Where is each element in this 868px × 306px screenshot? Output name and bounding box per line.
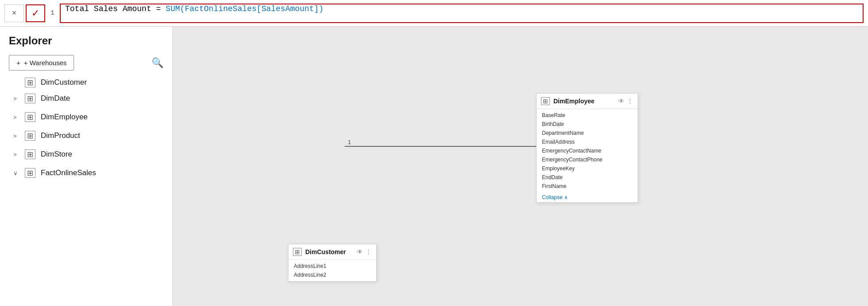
formula-bar: × ✓ 1 Total Sales Amount = SUM(FactOnlin… <box>0 0 868 27</box>
add-warehouse-label: + Warehouses <box>24 59 67 67</box>
table-icon-factonlinesales: ⊞ <box>25 168 35 178</box>
more-icon-dimcustomer[interactable]: ⋮ <box>366 248 372 255</box>
collapse-label-dimemployee: Collapse <box>542 194 563 200</box>
field-emergencycontactname: EmergencyContactName <box>537 146 638 155</box>
search-icon[interactable]: 🔍 <box>152 57 163 69</box>
explorer-header: Explorer <box>0 27 172 52</box>
table-card-fields-dimemployee: BaseRate BirthDate DepartmentName EmailA… <box>537 109 638 192</box>
table-card-dimcustomer: ⊞ DimCustomer 👁 ⋮ AddressLine1 AddressLi… <box>288 244 377 282</box>
table-card-header-dimemployee: ⊞ DimEmployee 👁 ⋮ <box>537 94 638 109</box>
title-area-dimemployee: ⊞ DimEmployee <box>541 97 595 105</box>
visibility-icon-dimcustomer[interactable]: 👁 <box>357 248 363 255</box>
table-icon-dimemployee: ⊞ <box>25 112 35 122</box>
list-item-dimdate[interactable]: > ⊞ DimDate <box>0 89 172 108</box>
cancel-icon: × <box>12 8 17 18</box>
formula-text-function: SUM(FactOnlineSales[SalesAmount]) <box>166 4 323 13</box>
list-item-dimproduct[interactable]: > ⊞ DimProduct <box>0 126 172 145</box>
table-card-actions-dimemployee: 👁 ⋮ <box>618 98 633 105</box>
title-area-dimcustomer: ⊞ DimCustomer <box>293 248 346 256</box>
add-warehouse-button[interactable]: + + Warehouses <box>9 55 74 71</box>
item-label-factonlinesales: FactOnlineSales <box>41 169 96 177</box>
item-label-dimcustomer-partial: DimCustomer <box>41 78 87 87</box>
chevron-icon-dimemployee: > <box>13 114 19 121</box>
field-addressline1: AddressLine1 <box>288 262 376 271</box>
item-label-dimstore: DimStore <box>41 150 72 159</box>
item-label-dimemployee: DimEmployee <box>41 113 88 122</box>
explorer-sidebar: Explorer + + Warehouses 🔍 ⊞ DimCustomer … <box>0 27 173 306</box>
canvas-area: 1 ⊞ DimEmployee 👁 ⋮ BaseRate BirthDate D… <box>173 27 868 306</box>
chevron-icon-dimproduct: > <box>13 133 19 139</box>
table-card-dimemployee: ⊞ DimEmployee 👁 ⋮ BaseRate BirthDate Dep… <box>536 93 638 203</box>
explorer-title: Explorer <box>9 35 52 47</box>
collapse-icon-dimemployee: ∧ <box>564 194 568 200</box>
field-enddate: EndDate <box>537 173 638 182</box>
field-departmentname: DepartmentName <box>537 129 638 137</box>
line-number: 1 <box>47 9 58 17</box>
formula-text-prefix: Total Sales Amount = <box>65 4 166 13</box>
list-item-dimstore[interactable]: > ⊞ DimStore <box>0 145 172 164</box>
table-icon-dimemployee-card: ⊞ <box>541 97 550 105</box>
table-icon-dimcustomer-card: ⊞ <box>293 248 302 256</box>
chevron-icon-factonlinesales: ∨ <box>13 170 19 177</box>
check-icon: ✓ <box>31 8 39 19</box>
chevron-icon-dimstore: > <box>13 151 19 158</box>
chevron-icon-dimdate: > <box>13 95 19 102</box>
list-item-factonlinesales[interactable]: ∨ ⊞ FactOnlineSales <box>0 164 172 182</box>
formula-input[interactable]: Total Sales Amount = SUM(FactOnlineSales… <box>60 4 864 23</box>
table-icon-partial: ⊞ <box>25 78 35 87</box>
table-icon-dimproduct: ⊞ <box>25 131 35 141</box>
field-firstname: FirstName <box>537 182 638 191</box>
visibility-icon-dimemployee[interactable]: 👁 <box>618 98 624 105</box>
more-icon-dimemployee[interactable]: ⋮ <box>627 98 633 105</box>
field-emergencycontactphone: EmergencyContactPhone <box>537 155 638 164</box>
plus-icon: + <box>16 59 20 67</box>
cancel-button[interactable]: × <box>4 4 24 22</box>
item-label-dimproduct: DimProduct <box>41 131 80 140</box>
collapse-button-dimemployee[interactable]: Collapse ∧ <box>537 192 638 202</box>
svg-text:1: 1 <box>348 139 351 145</box>
list-item-dimcustomer-partial: ⊞ DimCustomer <box>0 76 172 89</box>
table-icon-dimdate: ⊞ <box>25 94 35 103</box>
field-addressline2: AddressLine2 <box>288 271 376 279</box>
table-icon-dimstore: ⊞ <box>25 149 35 159</box>
field-employeekey: EmployeeKey <box>537 164 638 173</box>
table-card-name-dimemployee: DimEmployee <box>553 98 595 105</box>
table-card-name-dimcustomer: DimCustomer <box>305 248 346 255</box>
table-card-header-dimcustomer: ⊞ DimCustomer 👁 ⋮ <box>288 244 376 260</box>
field-baserate: BaseRate <box>537 111 638 120</box>
connector-svg: 1 <box>173 27 868 306</box>
item-label-dimdate: DimDate <box>41 94 70 103</box>
explorer-controls: + + Warehouses 🔍 <box>0 52 172 76</box>
field-emailaddress: EmailAddress <box>537 137 638 146</box>
explorer-list: ⊞ DimCustomer > ⊞ DimDate > ⊞ DimEmploye… <box>0 76 172 306</box>
table-card-actions-dimcustomer: 👁 ⋮ <box>357 248 372 255</box>
table-card-fields-dimcustomer: AddressLine1 AddressLine2 <box>288 260 376 281</box>
list-item-dimemployee[interactable]: > ⊞ DimEmployee <box>0 108 172 126</box>
main-content: Explorer + + Warehouses 🔍 ⊞ DimCustomer … <box>0 27 868 306</box>
field-birthdate: BirthDate <box>537 120 638 129</box>
confirm-button[interactable]: ✓ <box>26 4 45 22</box>
